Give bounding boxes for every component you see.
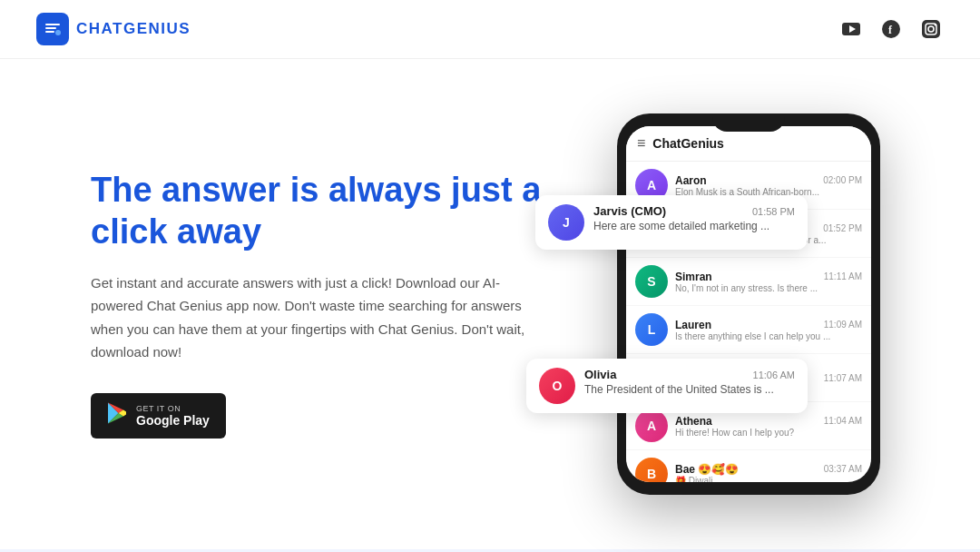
chat-info-aaron: Aaron 02:00 PM Elon Musk is a South Afri…: [675, 174, 862, 197]
chat-info-lauren: Lauren 11:09 AM Is there anything else I…: [675, 319, 862, 341]
google-play-large-text: Google Play: [136, 413, 210, 428]
chat-item-bae[interactable]: B Bae 😍🥰😍 03:37 AM 🎁 Diwali: [626, 450, 871, 482]
chat-name-lauren: Lauren: [675, 319, 711, 331]
bubble-name-olivia: Olivia: [584, 368, 616, 381]
avatar-simran: S: [635, 265, 668, 298]
bubble-time-olivia: 11:06 AM: [753, 370, 795, 380]
chat-app-title: ChatGenius: [652, 136, 724, 151]
phone-notch: [712, 113, 785, 132]
chat-time-aaron: 02:00 PM: [823, 175, 862, 185]
hero-description: Get instant and accurate answers with ju…: [91, 271, 544, 364]
bubble-content-olivia: Olivia 11:06 AM The President of the Uni…: [584, 368, 795, 396]
bubble-time-jarvis: 01:58 PM: [752, 206, 795, 217]
logo-icon: [36, 13, 69, 45]
chat-preview-lauren: Is there anything else I can help you ..…: [675, 331, 862, 341]
hero-title: The answer is always just a click away: [91, 170, 544, 252]
bubble-content-jarvis: Jarvis (CMO) 01:58 PM Here are some deta…: [593, 204, 795, 232]
phone-frame: ≡ ChatGenius A Aaron 02:00 PM Elon Musk …: [617, 113, 880, 495]
phone-screen: ≡ ChatGenius A Aaron 02:00 PM Elon Musk …: [626, 126, 871, 482]
chat-name-aaron: Aaron: [675, 174, 707, 187]
nav-icons: f: [838, 16, 944, 42]
facebook-icon[interactable]: f: [878, 16, 904, 42]
chat-bubble-jarvis: J Jarvis (CMO) 01:58 PM Here are some de…: [535, 195, 808, 250]
menu-icon: ≡: [637, 135, 645, 152]
youtube-icon[interactable]: [838, 16, 864, 42]
chat-item-lauren[interactable]: L Lauren 11:09 AM Is there anything else…: [626, 306, 871, 354]
chat-item-simran[interactable]: S Simran 11:11 AM No, I'm not in any str…: [626, 258, 871, 306]
chat-preview-athena: Hi there! How can I help you?: [675, 428, 862, 438]
chat-preview-simran: No, I'm not in any stress. Is there ...: [675, 283, 862, 293]
chat-name-simran: Simran: [675, 271, 712, 283]
chat-time-galatea: 01:52 PM: [823, 223, 862, 233]
bubble-msg-jarvis: Here are some detailed marketing ...: [593, 220, 795, 232]
bubble-avatar-jarvis: J: [548, 204, 584, 241]
bubble-name-jarvis: Jarvis (CMO): [593, 204, 666, 218]
avatar-bae: B: [635, 458, 668, 482]
chat-time-athena: 11:04 AM: [824, 416, 862, 426]
hero-text: The answer is always just a click away G…: [91, 170, 544, 438]
google-play-small-text: GET IT ON: [136, 404, 210, 413]
hero-section: The answer is always just a click away G…: [0, 59, 980, 549]
logo-area: CHATGENIUS: [36, 13, 191, 45]
google-play-text: GET IT ON Google Play: [136, 404, 210, 428]
chat-time-edison: 11:07 AM: [824, 373, 862, 383]
bubble-avatar-olivia: O: [539, 368, 575, 404]
chat-info-simran: Simran 11:11 AM No, I'm not in any stres…: [675, 271, 862, 293]
instagram-icon[interactable]: [918, 16, 944, 42]
google-play-icon: [107, 402, 127, 429]
chat-name-athena: Athena: [675, 415, 712, 428]
chat-time-bae: 03:37 AM: [824, 464, 862, 474]
bubble-msg-olivia: The President of the United States is ..…: [584, 383, 795, 396]
google-play-button[interactable]: GET IT ON Google Play: [91, 393, 226, 439]
chat-preview-bae: 🎁 Diwali: [675, 476, 862, 483]
chat-bubble-olivia: O Olivia 11:06 AM The President of the U…: [526, 359, 808, 413]
avatar-lauren: L: [635, 313, 668, 346]
avatar-athena: A: [635, 409, 668, 442]
phone-mockup-container: J Jarvis (CMO) 01:58 PM Here are some de…: [563, 113, 907, 495]
chat-time-lauren: 11:09 AM: [824, 320, 862, 330]
chat-info-athena: Athena 11:04 AM Hi there! How can I help…: [675, 415, 862, 438]
svg-rect-6: [922, 20, 940, 38]
chat-time-simran: 11:11 AM: [824, 271, 862, 281]
chat-info-bae: Bae 😍🥰😍 03:37 AM 🎁 Diwali: [675, 463, 862, 483]
brand-name: CHATGENIUS: [76, 20, 191, 38]
chat-name-bae: Bae 😍🥰😍: [675, 463, 739, 476]
svg-point-9: [935, 25, 936, 26]
svg-point-1: [55, 30, 61, 35]
navbar: CHATGENIUS f: [0, 0, 980, 59]
